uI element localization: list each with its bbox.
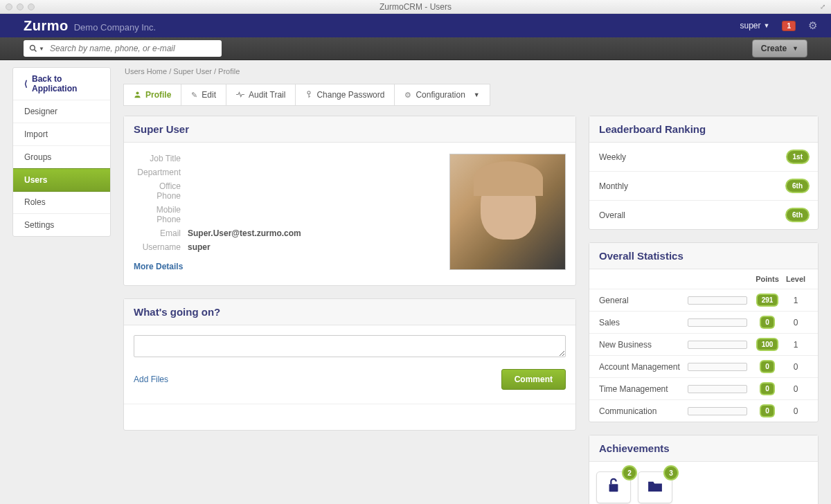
rank-row: Monthly6th (589, 172, 818, 201)
svg-point-2 (136, 91, 138, 94)
more-details-link[interactable]: More Details (134, 262, 183, 271)
level-value: 0 (783, 318, 808, 327)
progress-bar (688, 318, 747, 327)
comment-button[interactable]: Comment (501, 369, 566, 390)
rank-badge: 1st (787, 151, 808, 163)
progress-bar (688, 363, 747, 371)
field-value: Super.User@test.zurmo.com (188, 228, 301, 238)
svg-rect-6 (609, 484, 618, 492)
breadcrumb-current: Profile (218, 67, 240, 75)
points-badge: 100 (758, 339, 778, 350)
search-box[interactable]: ▼ (24, 40, 222, 57)
pencil-icon: ✎ (191, 91, 197, 100)
main-content: Users Home / Super User / Profile Profil… (123, 67, 819, 504)
rank-badge: 6th (787, 209, 808, 221)
sidebar: ⟨ Back to Application Designer Import Gr… (12, 67, 111, 237)
rank-row: Weekly1st (589, 143, 818, 172)
points-badge: 0 (761, 384, 774, 394)
logo-subtitle: Demo Company Inc. (74, 22, 157, 33)
tab-edit[interactable]: ✎ Edit (181, 84, 226, 106)
rank-row: Overall6th (589, 201, 818, 229)
rank-badge: 6th (787, 180, 808, 192)
field-label: Job Title (134, 154, 188, 163)
panel-title: Achievements (589, 435, 818, 462)
app-header: Zurmo Demo Company Inc. super ▼ 1 ⚙ (0, 14, 831, 37)
folder-icon (647, 478, 663, 496)
search-icon: ▼ (29, 44, 44, 53)
tab-configuration[interactable]: ⚙ Configuration ▼ (394, 84, 490, 106)
gear-icon: ⚙ (404, 91, 411, 100)
create-button[interactable]: Create ▼ (752, 39, 807, 57)
panel-title: Overall Statistics (589, 243, 818, 269)
logo-text: Zurmo (24, 18, 69, 34)
tab-audit-trail[interactable]: Audit Trail (226, 84, 296, 106)
tab-change-password[interactable]: Change Password (295, 84, 395, 106)
sidebar-item-designer[interactable]: Designer (13, 100, 110, 123)
back-icon: ⟨ (24, 79, 28, 89)
achievement-item[interactable]: 3 (638, 471, 672, 503)
points-badge: 291 (758, 295, 778, 305)
achievements-panel: Achievements 2 3 (589, 435, 819, 504)
user-menu: super ▼ 1 ⚙ (740, 19, 817, 32)
panel-title: Super User (124, 116, 575, 143)
points-badge: 0 (761, 317, 774, 327)
sidebar-item-groups[interactable]: Groups (13, 146, 110, 169)
search-input[interactable] (50, 44, 216, 53)
stats-panel: Overall Statistics Points Level General2… (589, 242, 819, 422)
points-badge: 0 (761, 361, 774, 372)
gear-icon[interactable]: ⚙ (808, 19, 817, 32)
tabs: Profile ✎ Edit Audit Trail Change Passwo… (123, 84, 819, 106)
svg-line-1 (35, 50, 37, 52)
level-value: 0 (783, 362, 808, 372)
chevron-down-icon: ▼ (764, 22, 770, 29)
sidebar-item-settings[interactable]: Settings (13, 214, 110, 236)
stats-row: Time Management00 (589, 378, 818, 400)
window-controls[interactable] (6, 3, 35, 10)
achievement-count: 2 (623, 467, 636, 479)
pulse-icon (236, 91, 244, 100)
breadcrumb-link[interactable]: Users Home (125, 67, 167, 75)
user-dropdown[interactable]: super ▼ (740, 21, 769, 30)
level-value: 1 (783, 340, 808, 350)
stats-row: New Business1001 (589, 334, 818, 356)
sidebar-item-import[interactable]: Import (13, 123, 110, 146)
field-label: Office Phone (134, 181, 188, 201)
progress-bar (688, 407, 747, 415)
points-badge: 0 (761, 406, 774, 416)
back-to-application[interactable]: ⟨ Back to Application (13, 68, 110, 100)
notification-badge[interactable]: 1 (782, 21, 796, 31)
activity-panel: What's going on? Add Files Comment (123, 298, 576, 431)
window-expand-icon[interactable]: ⤢ (820, 3, 825, 10)
progress-bar (688, 385, 747, 393)
activity-textarea[interactable] (134, 335, 566, 357)
window-titlebar: ZurmoCRM - Users ⤢ (0, 0, 831, 14)
field-label: Mobile Phone (134, 205, 188, 224)
achievement-item[interactable]: 2 (596, 471, 631, 503)
breadcrumb-link[interactable]: Super User (173, 67, 212, 75)
panel-title: Leaderboard Ranking (589, 116, 818, 143)
stats-row: Communication00 (589, 400, 818, 422)
add-files-link[interactable]: Add Files (134, 375, 168, 384)
chevron-down-icon: ▼ (474, 91, 480, 98)
svg-point-3 (307, 91, 310, 93)
level-value: 1 (783, 296, 808, 305)
tab-profile[interactable]: Profile (123, 84, 181, 106)
col-header: Points (751, 275, 783, 283)
logo[interactable]: Zurmo Demo Company Inc. (24, 18, 156, 34)
breadcrumb: Users Home / Super User / Profile (123, 67, 819, 75)
field-label: Department (134, 168, 188, 177)
sidebar-item-users[interactable]: Users (12, 168, 111, 192)
stats-row: General2911 (589, 289, 818, 312)
progress-bar (688, 341, 747, 349)
chevron-down-icon: ▼ (792, 45, 798, 52)
profile-panel: Super User Job Title Department Office P… (123, 116, 576, 286)
avatar (449, 154, 566, 270)
level-value: 0 (783, 384, 808, 394)
field-label: Username (134, 242, 188, 252)
activity-feed-empty (124, 404, 575, 430)
sidebar-item-roles[interactable]: Roles (13, 191, 110, 214)
level-value: 0 (783, 406, 808, 416)
field-label: Email (134, 228, 188, 238)
field-value: super (188, 242, 211, 252)
unlock-icon (607, 478, 620, 497)
